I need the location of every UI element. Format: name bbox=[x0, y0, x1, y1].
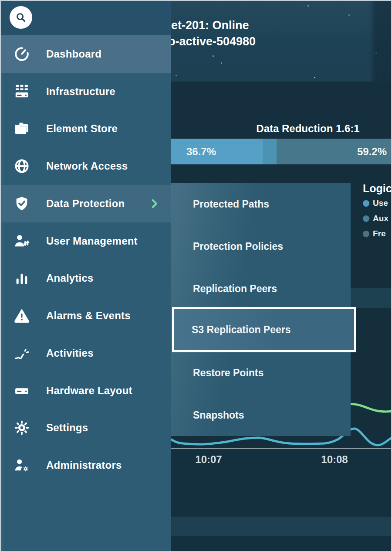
header-shade bbox=[369, 0, 392, 82]
sidebar-search-area bbox=[0, 0, 171, 35]
star-speck bbox=[176, 75, 177, 76]
sidebar-item-dashboard[interactable]: Dashboard bbox=[0, 35, 171, 73]
sidebar-item-label: Element Store bbox=[46, 123, 118, 135]
sidebar-item-label: Hardware Layout bbox=[46, 385, 132, 397]
sidebar-item-network-access[interactable]: Network Access bbox=[0, 147, 171, 185]
chevron-right-icon bbox=[149, 198, 160, 209]
time-tick: 10:07 bbox=[189, 453, 228, 466]
sidebar-item-label: User Management bbox=[46, 235, 138, 247]
time-axis: 10:07 10:08 bbox=[171, 453, 392, 469]
legend-title: Logic bbox=[363, 182, 392, 195]
sidebar-item-settings[interactable]: Settings bbox=[0, 409, 171, 447]
data-reduction-panel: Data Reduction 1.6:1 bbox=[171, 82, 392, 139]
user-arrows-icon bbox=[10, 233, 33, 249]
bottom-panel-band bbox=[171, 517, 392, 536]
warning-triangle-icon bbox=[10, 307, 33, 324]
server-stack-icon bbox=[10, 83, 33, 100]
submenu-item-restore-points[interactable]: Restore Points bbox=[171, 352, 351, 394]
sidebar: Dashboard Infrastructure bbox=[0, 0, 171, 552]
folders-icon bbox=[10, 120, 33, 137]
sidebar-item-label: Infrastructure bbox=[46, 85, 115, 98]
activity-line-icon bbox=[10, 345, 33, 361]
data-reduction-title: Data Reduction 1.6:1 bbox=[256, 123, 360, 135]
shield-check-icon bbox=[10, 195, 33, 212]
search-icon bbox=[14, 11, 27, 24]
legend-label: Aux bbox=[373, 214, 389, 223]
time-axis-line bbox=[171, 448, 392, 449]
sidebar-item-label: Analytics bbox=[46, 272, 94, 284]
time-tick: 10:08 bbox=[315, 453, 354, 466]
user-gear-icon bbox=[10, 457, 33, 474]
legend-label: Fre bbox=[373, 229, 386, 239]
chart-legend: Logic Use Aux Fre bbox=[363, 182, 392, 244]
legend-item: Use bbox=[363, 198, 392, 208]
gear-icon bbox=[10, 419, 33, 436]
sidebar-item-label: Settings bbox=[46, 422, 88, 434]
sidebar-item-data-protection[interactable]: Data Protection bbox=[0, 185, 171, 222]
sidebar-nav: Dashboard Infrastructure bbox=[0, 35, 171, 484]
sidebar-item-activities[interactable]: Activities bbox=[0, 334, 171, 372]
sidebar-item-label: Dashboard bbox=[46, 48, 101, 60]
capacity-bar-segment-used: 36.7% bbox=[171, 139, 263, 164]
gauge-icon bbox=[10, 46, 33, 62]
legend-dot-used bbox=[363, 200, 369, 207]
host-status: et-201: Online o-active-504980 bbox=[171, 17, 278, 66]
legend-dot-free bbox=[363, 231, 369, 237]
sidebar-item-label: Administrators bbox=[46, 459, 122, 471]
submenu-item-replication-peers[interactable]: Replication Peers bbox=[171, 268, 351, 310]
sidebar-item-infrastructure[interactable]: Infrastructure bbox=[0, 73, 171, 110]
submenu-item-snapshots[interactable]: Snapshots bbox=[171, 394, 351, 436]
submenu-item-protection-policies[interactable]: Protection Policies bbox=[171, 225, 351, 267]
host-status-line: et-201: Online bbox=[171, 17, 278, 34]
green-series-line bbox=[344, 404, 392, 412]
capacity-bar-segment-free: 59.2% bbox=[277, 139, 392, 164]
star-speck bbox=[314, 77, 315, 78]
sidebar-item-label: Data Protection bbox=[46, 198, 125, 210]
sidebar-item-label: Alarms & Events bbox=[46, 310, 131, 322]
legend-item: Aux bbox=[363, 214, 392, 223]
sidebar-item-user-management[interactable]: User Management bbox=[0, 222, 171, 260]
hardware-drive-icon bbox=[10, 382, 33, 399]
star-speck bbox=[308, 5, 309, 7]
sidebar-item-element-store[interactable]: Element Store bbox=[0, 110, 171, 148]
capacity-bar-segment-free-value: 59.2% bbox=[357, 146, 387, 158]
sidebar-item-alarms-events[interactable]: Alarms & Events bbox=[0, 297, 171, 334]
sidebar-item-label: Network Access bbox=[46, 160, 128, 172]
legend-label: Use bbox=[373, 198, 388, 208]
capacity-bar-segment-used-value: 36.7% bbox=[186, 146, 216, 158]
legend-item: Fre bbox=[363, 229, 392, 239]
star-speck bbox=[348, 14, 350, 16]
sidebar-item-analytics[interactable]: Analytics bbox=[0, 260, 171, 297]
host-name-line: o-active-504980 bbox=[171, 34, 278, 50]
app-screen: Data Reduction 1.6:1 36.7% 59.2% Logic U… bbox=[0, 0, 392, 552]
bar-chart-icon bbox=[10, 270, 33, 286]
sidebar-item-administrators[interactable]: Administrators bbox=[0, 446, 171, 484]
sidebar-item-hardware-layout[interactable]: Hardware Layout bbox=[0, 372, 171, 409]
globe-icon bbox=[10, 158, 33, 174]
submenu-item-protected-paths[interactable]: Protected Paths bbox=[171, 183, 351, 225]
capacity-bar: 36.7% 59.2% bbox=[171, 139, 392, 164]
sidebar-item-label: Activities bbox=[46, 347, 94, 359]
capacity-bar-segment-aux bbox=[263, 139, 277, 164]
search-button[interactable] bbox=[10, 6, 32, 29]
legend-dot-aux bbox=[363, 215, 369, 222]
submenu-item-s3-replication-peers[interactable]: S3 Replication Peers bbox=[172, 307, 356, 352]
data-protection-submenu: Protected Paths Protection Policies Repl… bbox=[171, 183, 351, 436]
